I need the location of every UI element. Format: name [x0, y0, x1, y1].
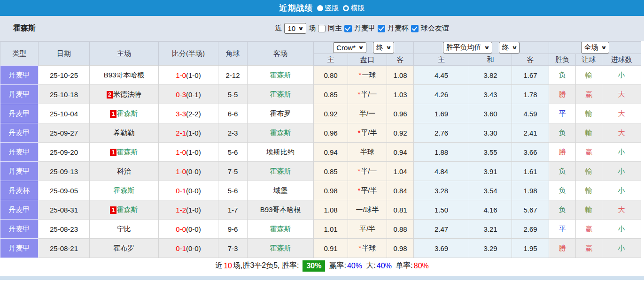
- wdl-result-cell: 负: [549, 162, 576, 181]
- league2-label: 丹麦杯: [388, 24, 409, 33]
- home-team-name: 霍森斯: [117, 109, 138, 117]
- bookmaker-select[interactable]: Crow* ∨: [333, 42, 366, 53]
- summary-winpct: 40%: [347, 262, 362, 270]
- home-team-cell[interactable]: 霍森斯: [90, 181, 159, 200]
- avg-home-cell: 4.45: [414, 66, 469, 85]
- wdl-result-cell: 平: [549, 104, 576, 123]
- match-date-cell: 25-10-18: [39, 85, 90, 104]
- away-team-name: 埃斯比约: [266, 148, 295, 156]
- let-result-cell: 輸: [576, 123, 602, 143]
- league3-label: 球会友谊: [421, 24, 449, 33]
- chevron-down-icon: ∨: [386, 45, 392, 51]
- away-team-cell[interactable]: 霍森斯: [248, 85, 314, 104]
- goal-result-cell-text: 大: [618, 205, 625, 213]
- away-team-cell[interactable]: 霍森斯: [248, 220, 314, 239]
- table-row: 丹麦甲25-09-13科治1-0(0-0)7-5霍森斯0.85*半/一1.044…: [0, 162, 641, 181]
- away-team-cell[interactable]: 霍森斯: [248, 162, 314, 181]
- corner-cell: 5-6: [218, 181, 248, 200]
- col-header-type: 类型: [0, 42, 39, 66]
- goal-result-cell: 小: [602, 220, 641, 239]
- halftime-score: (1-0): [186, 129, 201, 137]
- home-team-cell[interactable]: 1霍森斯: [90, 143, 159, 162]
- summary-singlepct: 80%: [414, 262, 429, 270]
- away-team-cell[interactable]: 霍森斯: [248, 239, 314, 258]
- wdl-result-cell: 勝: [549, 85, 576, 104]
- home-team-cell[interactable]: 2米德法特: [90, 85, 159, 104]
- home-team-cell[interactable]: B93哥本哈根: [90, 66, 159, 85]
- avg-type-select[interactable]: 胜平负均值 ∨: [443, 42, 492, 53]
- avg-time-select[interactable]: 终 ∨: [499, 42, 520, 53]
- layout-radio-vertical[interactable]: 竖版: [317, 4, 339, 13]
- home-team-cell[interactable]: 1霍森斯: [90, 104, 159, 123]
- same-home-checkbox[interactable]: [318, 25, 326, 32]
- let-result-cell-text: 輸: [585, 71, 592, 79]
- avg-draw-cell: 4.16: [469, 200, 512, 220]
- near-label: 近: [275, 24, 282, 33]
- radio-selected-icon: [317, 5, 323, 11]
- odds-time-select[interactable]: 终 ∨: [373, 42, 394, 53]
- let-result-cell-text: 輸: [585, 167, 592, 175]
- avg-away-cell: 3.66: [512, 143, 549, 162]
- col-header-home: 主场: [90, 42, 159, 66]
- handicap-star: *: [359, 71, 362, 79]
- league3-checkbox[interactable]: [411, 25, 419, 32]
- layout-radio-horizontal[interactable]: 横版: [343, 4, 365, 13]
- home-team-cell[interactable]: 1霍森斯: [90, 200, 159, 220]
- subheader-avg-draw: 和: [469, 54, 512, 66]
- halftime-score: (0-0): [186, 244, 201, 252]
- handicap-text: 半/一: [361, 167, 377, 175]
- corner-cell: 6-6: [218, 104, 248, 123]
- odds-time-value: 终: [376, 43, 383, 52]
- match-date-cell: 25-10-04: [39, 104, 90, 123]
- league1-checkbox[interactable]: [344, 25, 352, 32]
- handicap-text: 半/一: [361, 90, 377, 98]
- avg-home-cell: 1.69: [414, 104, 469, 123]
- let-result-cell-text: 赢: [585, 244, 592, 252]
- goal-result-cell: 小: [602, 162, 641, 181]
- handicap-text: 半/一: [359, 109, 375, 117]
- avg-home-cell: 1.50: [414, 200, 469, 220]
- league2-checkbox[interactable]: [378, 25, 385, 32]
- fulltime-score: 0-1: [176, 244, 186, 252]
- away-team-name: 霍森斯: [270, 90, 291, 98]
- goal-result-cell: 大: [602, 104, 641, 123]
- match-type-cell: 丹麦杯: [0, 181, 39, 200]
- home-team-cell[interactable]: 霍布罗: [90, 239, 159, 258]
- table-row: 丹麦甲25-08-21霍布罗0-1(0-0)7-3霍森斯0.91*半球0.983…: [0, 239, 641, 258]
- scope-select[interactable]: 全场 ∨: [581, 42, 609, 53]
- home-team-cell[interactable]: 宁比: [90, 220, 159, 239]
- away-team-cell[interactable]: 霍森斯: [248, 123, 314, 143]
- away-team-name: 霍布罗: [270, 109, 291, 117]
- match-type-cell: 丹麦甲: [0, 143, 39, 162]
- away-team-cell[interactable]: 霍森斯: [248, 66, 314, 85]
- away-team-name: 霍森斯: [270, 167, 291, 175]
- rank-badge: 1: [110, 149, 116, 156]
- odds-away-cell: 0.96: [387, 104, 414, 123]
- odds-home-cell: 0.80: [314, 66, 348, 85]
- away-team-cell[interactable]: 埃斯比约: [248, 143, 314, 162]
- goal-result-cell-text: 小: [618, 244, 625, 252]
- corner-cell: 1-7: [218, 200, 248, 220]
- away-team-cell[interactable]: B93哥本哈根: [248, 200, 314, 220]
- away-team-cell[interactable]: 霍布罗: [248, 104, 314, 123]
- fulltime-score: 3-3: [176, 110, 186, 118]
- fulltime-score: 0-0: [176, 225, 186, 233]
- match-count-select[interactable]: 10 ∨: [284, 23, 306, 34]
- home-team-cell[interactable]: 希勒勒: [90, 123, 159, 143]
- corner-cell: 2-3: [218, 123, 248, 143]
- let-result-cell: 赢: [576, 220, 602, 239]
- let-result-cell-text: 輸: [585, 109, 592, 117]
- match-type-cell: 丹麦甲: [0, 200, 39, 220]
- wdl-result-cell: 平: [549, 220, 576, 239]
- away-team-cell[interactable]: 域堡: [248, 181, 314, 200]
- halftime-score: (0-0): [186, 187, 201, 195]
- avg-draw-cell: 3.21: [469, 220, 512, 239]
- home-team-cell[interactable]: 科治: [90, 162, 159, 181]
- match-date-cell: 25-08-23: [39, 220, 90, 239]
- avg-type-value: 胜平负均值: [446, 43, 481, 52]
- subheader-avg-away: 客: [512, 54, 549, 66]
- table-row: 丹麦杯25-09-05霍森斯0-1(0-0)5-6域堡0.98*平/半0.843…: [0, 181, 641, 200]
- avg-away-cell: 1.98: [512, 181, 549, 200]
- let-result-cell-text: 輸: [585, 129, 592, 137]
- radio-horizontal-label: 横版: [351, 4, 365, 13]
